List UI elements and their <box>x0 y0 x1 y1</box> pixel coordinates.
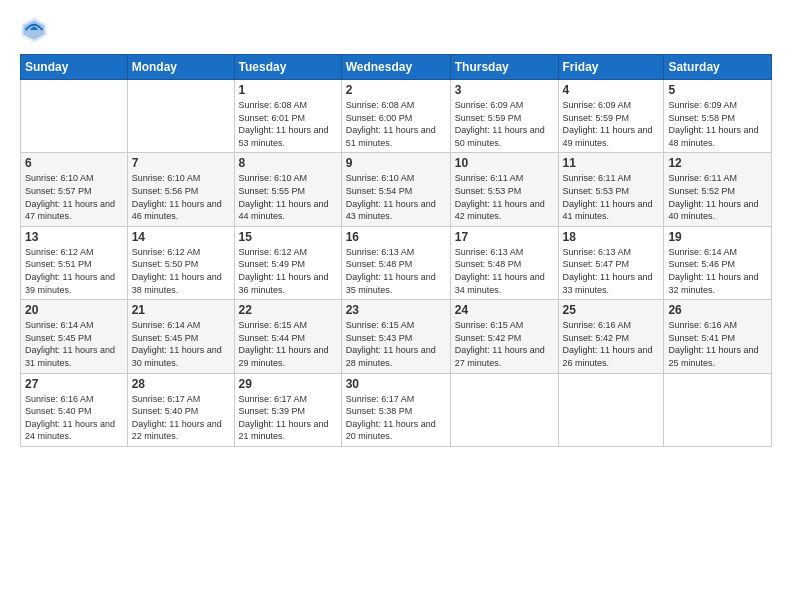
day-info: Sunrise: 6:16 AM Sunset: 5:40 PM Dayligh… <box>25 393 123 443</box>
day-number: 6 <box>25 156 123 170</box>
day-number: 9 <box>346 156 446 170</box>
day-cell <box>664 373 772 446</box>
day-number: 18 <box>563 230 660 244</box>
weekday-thursday: Thursday <box>450 55 558 80</box>
day-cell <box>558 373 664 446</box>
day-number: 27 <box>25 377 123 391</box>
day-info: Sunrise: 6:09 AM Sunset: 5:58 PM Dayligh… <box>668 99 767 149</box>
day-number: 14 <box>132 230 230 244</box>
day-cell: 7Sunrise: 6:10 AM Sunset: 5:56 PM Daylig… <box>127 153 234 226</box>
day-cell: 15Sunrise: 6:12 AM Sunset: 5:49 PM Dayli… <box>234 226 341 299</box>
day-cell: 19Sunrise: 6:14 AM Sunset: 5:46 PM Dayli… <box>664 226 772 299</box>
day-number: 19 <box>668 230 767 244</box>
day-info: Sunrise: 6:17 AM Sunset: 5:39 PM Dayligh… <box>239 393 337 443</box>
day-cell: 14Sunrise: 6:12 AM Sunset: 5:50 PM Dayli… <box>127 226 234 299</box>
day-info: Sunrise: 6:10 AM Sunset: 5:54 PM Dayligh… <box>346 172 446 222</box>
day-cell <box>450 373 558 446</box>
day-cell: 28Sunrise: 6:17 AM Sunset: 5:40 PM Dayli… <box>127 373 234 446</box>
day-info: Sunrise: 6:11 AM Sunset: 5:52 PM Dayligh… <box>668 172 767 222</box>
day-cell: 27Sunrise: 6:16 AM Sunset: 5:40 PM Dayli… <box>21 373 128 446</box>
day-number: 13 <box>25 230 123 244</box>
day-number: 23 <box>346 303 446 317</box>
day-cell: 23Sunrise: 6:15 AM Sunset: 5:43 PM Dayli… <box>341 300 450 373</box>
day-cell: 11Sunrise: 6:11 AM Sunset: 5:53 PM Dayli… <box>558 153 664 226</box>
day-cell: 5Sunrise: 6:09 AM Sunset: 5:58 PM Daylig… <box>664 80 772 153</box>
day-info: Sunrise: 6:10 AM Sunset: 5:56 PM Dayligh… <box>132 172 230 222</box>
weekday-friday: Friday <box>558 55 664 80</box>
day-info: Sunrise: 6:15 AM Sunset: 5:44 PM Dayligh… <box>239 319 337 369</box>
day-info: Sunrise: 6:12 AM Sunset: 5:49 PM Dayligh… <box>239 246 337 296</box>
day-info: Sunrise: 6:10 AM Sunset: 5:57 PM Dayligh… <box>25 172 123 222</box>
day-cell: 17Sunrise: 6:13 AM Sunset: 5:48 PM Dayli… <box>450 226 558 299</box>
day-number: 2 <box>346 83 446 97</box>
day-cell: 8Sunrise: 6:10 AM Sunset: 5:55 PM Daylig… <box>234 153 341 226</box>
day-number: 26 <box>668 303 767 317</box>
day-info: Sunrise: 6:09 AM Sunset: 5:59 PM Dayligh… <box>563 99 660 149</box>
day-cell: 2Sunrise: 6:08 AM Sunset: 6:00 PM Daylig… <box>341 80 450 153</box>
header <box>20 16 772 44</box>
day-number: 16 <box>346 230 446 244</box>
day-cell: 21Sunrise: 6:14 AM Sunset: 5:45 PM Dayli… <box>127 300 234 373</box>
day-cell: 1Sunrise: 6:08 AM Sunset: 6:01 PM Daylig… <box>234 80 341 153</box>
week-row-4: 20Sunrise: 6:14 AM Sunset: 5:45 PM Dayli… <box>21 300 772 373</box>
day-number: 5 <box>668 83 767 97</box>
day-info: Sunrise: 6:12 AM Sunset: 5:50 PM Dayligh… <box>132 246 230 296</box>
day-info: Sunrise: 6:14 AM Sunset: 5:46 PM Dayligh… <box>668 246 767 296</box>
day-cell: 18Sunrise: 6:13 AM Sunset: 5:47 PM Dayli… <box>558 226 664 299</box>
weekday-saturday: Saturday <box>664 55 772 80</box>
day-info: Sunrise: 6:14 AM Sunset: 5:45 PM Dayligh… <box>132 319 230 369</box>
day-number: 24 <box>455 303 554 317</box>
weekday-header-row: SundayMondayTuesdayWednesdayThursdayFrid… <box>21 55 772 80</box>
day-cell: 6Sunrise: 6:10 AM Sunset: 5:57 PM Daylig… <box>21 153 128 226</box>
day-cell: 3Sunrise: 6:09 AM Sunset: 5:59 PM Daylig… <box>450 80 558 153</box>
day-info: Sunrise: 6:11 AM Sunset: 5:53 PM Dayligh… <box>455 172 554 222</box>
day-number: 21 <box>132 303 230 317</box>
day-number: 4 <box>563 83 660 97</box>
day-cell: 24Sunrise: 6:15 AM Sunset: 5:42 PM Dayli… <box>450 300 558 373</box>
day-info: Sunrise: 6:08 AM Sunset: 6:01 PM Dayligh… <box>239 99 337 149</box>
day-cell: 16Sunrise: 6:13 AM Sunset: 5:48 PM Dayli… <box>341 226 450 299</box>
day-cell: 12Sunrise: 6:11 AM Sunset: 5:52 PM Dayli… <box>664 153 772 226</box>
day-number: 17 <box>455 230 554 244</box>
day-info: Sunrise: 6:17 AM Sunset: 5:38 PM Dayligh… <box>346 393 446 443</box>
week-row-2: 6Sunrise: 6:10 AM Sunset: 5:57 PM Daylig… <box>21 153 772 226</box>
day-cell: 20Sunrise: 6:14 AM Sunset: 5:45 PM Dayli… <box>21 300 128 373</box>
calendar: SundayMondayTuesdayWednesdayThursdayFrid… <box>20 54 772 447</box>
day-cell: 30Sunrise: 6:17 AM Sunset: 5:38 PM Dayli… <box>341 373 450 446</box>
day-number: 10 <box>455 156 554 170</box>
weekday-wednesday: Wednesday <box>341 55 450 80</box>
day-info: Sunrise: 6:13 AM Sunset: 5:48 PM Dayligh… <box>455 246 554 296</box>
weekday-tuesday: Tuesday <box>234 55 341 80</box>
day-number: 25 <box>563 303 660 317</box>
day-cell: 9Sunrise: 6:10 AM Sunset: 5:54 PM Daylig… <box>341 153 450 226</box>
day-info: Sunrise: 6:13 AM Sunset: 5:48 PM Dayligh… <box>346 246 446 296</box>
day-info: Sunrise: 6:10 AM Sunset: 5:55 PM Dayligh… <box>239 172 337 222</box>
week-row-3: 13Sunrise: 6:12 AM Sunset: 5:51 PM Dayli… <box>21 226 772 299</box>
day-cell: 13Sunrise: 6:12 AM Sunset: 5:51 PM Dayli… <box>21 226 128 299</box>
page: SundayMondayTuesdayWednesdayThursdayFrid… <box>0 0 792 612</box>
weekday-monday: Monday <box>127 55 234 80</box>
day-number: 7 <box>132 156 230 170</box>
day-number: 15 <box>239 230 337 244</box>
day-info: Sunrise: 6:16 AM Sunset: 5:41 PM Dayligh… <box>668 319 767 369</box>
day-info: Sunrise: 6:15 AM Sunset: 5:42 PM Dayligh… <box>455 319 554 369</box>
day-number: 8 <box>239 156 337 170</box>
day-info: Sunrise: 6:15 AM Sunset: 5:43 PM Dayligh… <box>346 319 446 369</box>
day-info: Sunrise: 6:14 AM Sunset: 5:45 PM Dayligh… <box>25 319 123 369</box>
day-info: Sunrise: 6:09 AM Sunset: 5:59 PM Dayligh… <box>455 99 554 149</box>
day-cell <box>21 80 128 153</box>
day-number: 30 <box>346 377 446 391</box>
day-info: Sunrise: 6:17 AM Sunset: 5:40 PM Dayligh… <box>132 393 230 443</box>
week-row-5: 27Sunrise: 6:16 AM Sunset: 5:40 PM Dayli… <box>21 373 772 446</box>
day-number: 22 <box>239 303 337 317</box>
day-number: 20 <box>25 303 123 317</box>
day-info: Sunrise: 6:08 AM Sunset: 6:00 PM Dayligh… <box>346 99 446 149</box>
day-cell <box>127 80 234 153</box>
day-cell: 4Sunrise: 6:09 AM Sunset: 5:59 PM Daylig… <box>558 80 664 153</box>
logo-icon <box>20 16 48 44</box>
weekday-sunday: Sunday <box>21 55 128 80</box>
day-number: 12 <box>668 156 767 170</box>
day-info: Sunrise: 6:13 AM Sunset: 5:47 PM Dayligh… <box>563 246 660 296</box>
logo <box>20 16 52 44</box>
day-cell: 29Sunrise: 6:17 AM Sunset: 5:39 PM Dayli… <box>234 373 341 446</box>
